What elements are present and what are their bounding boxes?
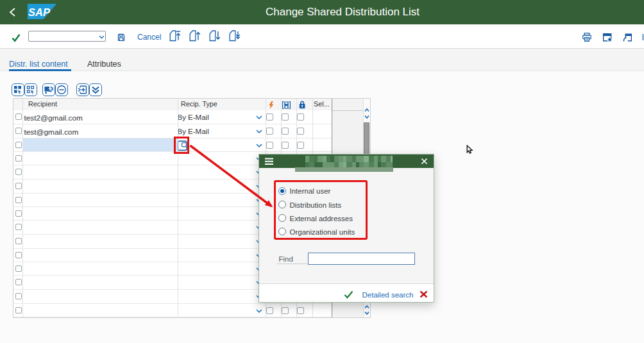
- svg-text:SAP: SAP: [28, 6, 51, 18]
